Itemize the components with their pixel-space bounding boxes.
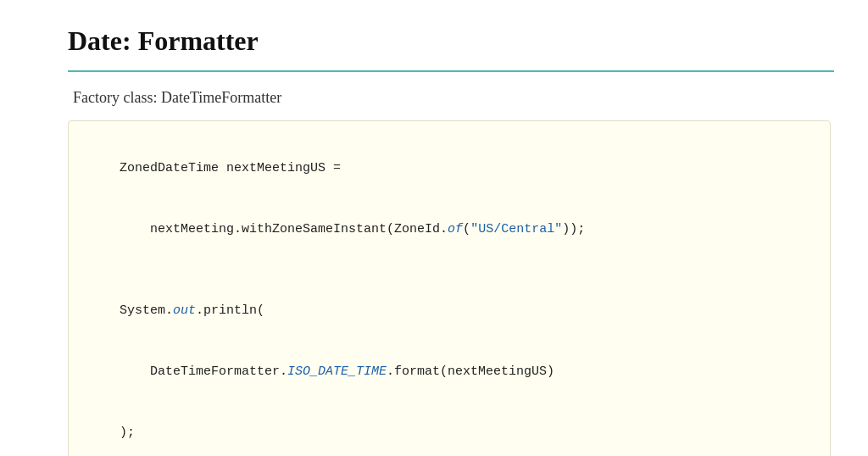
code-method: of xyxy=(448,222,463,236)
code-line-2: nextMeeting.withZoneSameInstant(ZoneId.o… xyxy=(89,199,810,260)
code-text: .println( xyxy=(196,303,264,318)
code-text: .format(nextMeetingUS) xyxy=(387,364,554,379)
code-string: "US/Central" xyxy=(470,222,562,236)
code-block: ZonedDateTime nextMeetingUS = nextMeetin… xyxy=(68,120,831,456)
page-title: Date: Formatter xyxy=(68,25,834,57)
code-text: nextMeeting.withZoneSameInstant(ZoneId. xyxy=(120,222,448,236)
factory-class-label: Factory class: DateTimeFormatter xyxy=(68,89,834,107)
code-text: DateTimeFormatter. xyxy=(120,364,287,379)
code-text: ZonedDateTime nextMeetingUS = xyxy=(120,161,341,175)
code-text: System. xyxy=(120,303,173,318)
code-field: out xyxy=(173,303,196,318)
code-text: ( xyxy=(463,222,470,236)
section-divider xyxy=(68,70,834,72)
code-line-1: ZonedDateTime nextMeetingUS = xyxy=(89,138,810,199)
code-line-6: ); xyxy=(89,403,810,456)
code-text: ); xyxy=(120,425,135,440)
code-text: )); xyxy=(562,222,585,236)
code-blank-line xyxy=(89,260,810,281)
code-constant: ISO_DATE_TIME xyxy=(287,364,387,379)
code-line-4: System.out.println( xyxy=(89,281,810,342)
code-line-5: DateTimeFormatter.ISO_DATE_TIME.format(n… xyxy=(89,342,810,403)
